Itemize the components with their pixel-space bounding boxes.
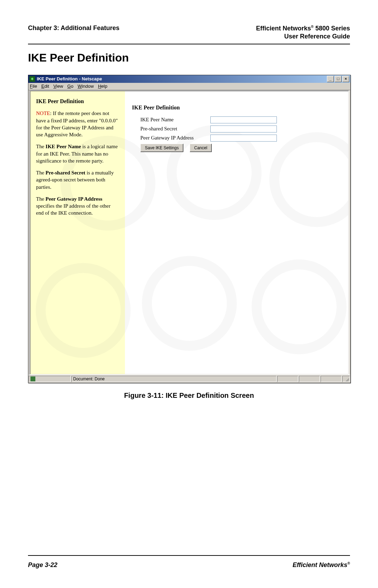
status-document-text: Document: Done [73, 377, 105, 381]
status-cell-blank-2 [299, 376, 320, 382]
status-cell-document: Document: Done [71, 376, 276, 382]
input-pre-shared-secret[interactable] [210, 126, 277, 132]
status-cell-blank-3 [321, 376, 342, 382]
menu-file[interactable]: File [30, 84, 37, 89]
footer-brand: Efficient Networks® [293, 561, 350, 569]
sidebar-para-peer-name: The IKE Peer Name is a logical name for … [36, 143, 119, 164]
label-peer-name: IKE Peer Name [140, 117, 210, 123]
input-peer-name[interactable] [210, 116, 277, 123]
input-peer-gateway-ip[interactable] [210, 135, 277, 142]
minimize-button[interactable]: _ [327, 76, 334, 82]
netscape-window: ✶ IKE Peer Definition - Netscape _ □ × F… [28, 75, 351, 383]
status-cell-icon [29, 376, 71, 382]
section-title: IKE Peer Definition [28, 51, 350, 64]
header-chapter: Chapter 3: Additional Features [28, 24, 119, 32]
menu-go[interactable]: Go [67, 84, 73, 89]
sidebar-para-secret: The Pre-shared Secret is a mutually agre… [36, 169, 119, 191]
label-pre-shared-secret: Pre-shared Secret [140, 126, 210, 132]
close-button[interactable]: × [342, 76, 349, 82]
content-area: IKE Peer Definition NOTE: If the remote … [29, 90, 349, 375]
footer-rule [28, 555, 350, 556]
menu-view[interactable]: View [53, 84, 63, 89]
maximize-button[interactable]: □ [335, 76, 342, 82]
header-product: Efficient Networks® 5800 Series User Ref… [256, 24, 350, 41]
sidebar-note: NOTE: If the remote peer does not have a… [36, 110, 119, 138]
resize-grip[interactable] [342, 376, 350, 382]
status-connection-icon [30, 377, 35, 381]
sidebar-heading: IKE Peer Definition [36, 98, 119, 105]
statusbar: Document: Done [28, 375, 350, 383]
save-ike-settings-button[interactable]: Save IKE Settings [140, 144, 183, 152]
menu-help[interactable]: Help [98, 84, 107, 89]
figure-caption: Figure 3-11: IKE Peer Definition Screen [28, 392, 350, 400]
status-cell-blank-1 [277, 376, 298, 382]
page-footer: Page 3-22 Efficient Networks® [28, 561, 350, 569]
header-rule [28, 44, 350, 44]
footer-page-number: Page 3-22 [28, 561, 57, 569]
page-header: Chapter 3: Additional Features Efficient… [28, 24, 350, 41]
netscape-icon: ✶ [29, 76, 35, 82]
titlebar: ✶ IKE Peer Definition - Netscape _ □ × [28, 75, 350, 83]
form-pane: IKE Peer Definition IKE Peer Name Pre-sh… [125, 91, 348, 374]
form-heading: IKE Peer Definition [132, 105, 341, 111]
menu-window[interactable]: Window [78, 84, 94, 89]
menubar: File Edit View Go Window Help [28, 83, 350, 90]
menu-edit[interactable]: Edit [41, 84, 49, 89]
help-sidebar: IKE Peer Definition NOTE: If the remote … [30, 91, 125, 374]
window-title: IKE Peer Definition - Netscape [37, 76, 327, 81]
sidebar-para-gateway: The Peer Gateway IP Address specifies th… [36, 195, 119, 217]
label-peer-gateway-ip: Peer Gateway IP Address [140, 135, 210, 141]
cancel-button[interactable]: Cancel [190, 144, 212, 152]
